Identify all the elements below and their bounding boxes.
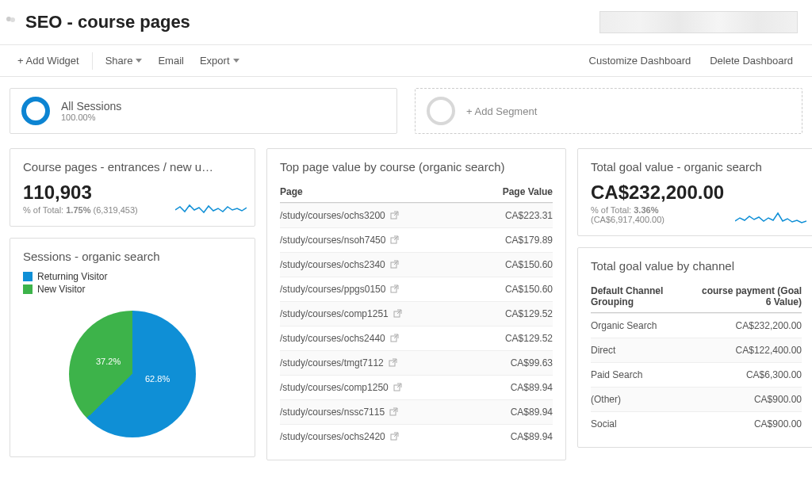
page-header: SEO - course pages [0,0,812,45]
table-row: /study/courses/nsoh7450CA$179.89 [280,227,553,252]
page-link[interactable]: /study/courses/ochs3200 [280,210,385,221]
table-row: /study/courses/tmgt7112CA$99.63 [280,350,553,375]
col-header-page: Page [280,186,473,197]
channel-name: Paid Search [591,369,699,380]
table-row: Organic SearchCA$232,200.00 [591,313,802,338]
pie-slice-label-returning: 62.8% [145,374,170,384]
page-link[interactable]: /study/courses/nsoh7450 [280,235,385,246]
page-link[interactable]: /study/courses/ochs2340 [280,259,385,270]
add-segment-label: + Add Segment [466,105,537,117]
table-row: /study/courses/ochs2440CA$129.52 [280,326,553,350]
page-link[interactable]: /study/courses/ppgs0150 [280,284,385,295]
page-value: CA$89.94 [473,407,553,418]
sparkline-icon [175,199,247,218]
legend-label: New Visitor [37,284,85,295]
account-selector[interactable] [599,11,798,33]
svg-point-0 [6,17,11,21]
external-link-icon[interactable] [390,235,399,246]
external-link-icon[interactable] [390,334,399,344]
segment-circle-icon [21,97,50,125]
col-header-channel: Default Channel Grouping [591,285,699,307]
external-link-icon[interactable] [390,211,399,221]
channel-name: Direct [591,345,699,356]
pie-chart: 62.8% 37.2% [69,311,196,437]
channel-name: (Other) [591,394,699,405]
page-link[interactable]: /study/courses/comp1251 [280,308,389,319]
external-link-icon[interactable] [389,358,397,368]
widget-title: Total goal value - organic search [591,160,802,174]
page-value: CA$99.63 [473,357,553,368]
widget-top-pages: Top page value by course (organic search… [266,148,566,460]
export-label: Export [200,55,230,67]
widget-title: Course pages - entrances / new u… [23,160,242,174]
svg-point-1 [10,17,15,22]
external-link-icon[interactable] [393,383,402,393]
page-link[interactable]: /study/courses/ochs2420 [280,431,385,442]
legend-swatch [23,284,33,294]
delete-dashboard-button[interactable]: Delete Dashboard [700,52,802,70]
page-value: CA$89.94 [473,431,553,442]
external-link-icon[interactable] [390,260,399,270]
page-link[interactable]: /study/courses/comp1250 [280,382,389,393]
page-link[interactable]: /study/courses/tmgt7112 [280,357,384,368]
legend-label: Returning Visitor [37,271,108,282]
segment-row: All Sessions 100.00% + Add Segment [0,77,812,148]
widget-goal-value: Total goal value - organic search CA$232… [577,148,812,236]
email-button[interactable]: Email [150,52,192,70]
table-row: DirectCA$122,400.00 [591,338,802,362]
widget-entrances: Course pages - entrances / new u… 110,90… [10,148,255,227]
table-row: /study/courses/ochs2340CA$150.60 [280,252,553,277]
external-link-icon[interactable] [389,407,398,418]
share-group-icon [5,14,17,30]
segment-all-sessions[interactable]: All Sessions 100.00% [10,88,397,134]
page-value: CA$89.94 [473,382,553,393]
channel-value: CA$900.00 [699,394,802,405]
channel-value: CA$900.00 [699,418,802,430]
widget-sessions-pie: Sessions - organic search Returning Visi… [10,238,255,457]
legend-item-new: New Visitor [23,284,242,295]
widget-title: Total goal value by channel [591,259,802,273]
external-link-icon[interactable] [393,309,402,319]
table-row: /study/courses/ochs3200CA$223.31 [280,203,553,227]
widget-title: Top page value by course (organic search… [280,160,553,174]
page-value: CA$223.31 [473,210,553,221]
table-row: /study/courses/comp1250CA$89.94 [280,375,553,399]
page-link[interactable]: /study/courses/ochs2440 [280,333,385,344]
table-row: SocialCA$900.00 [591,411,802,436]
chevron-down-icon [136,59,142,63]
table-row: Paid SearchCA$6,300.00 [591,362,802,387]
segment-empty-circle-icon [427,97,455,125]
segment-sub: 100.00% [61,113,121,122]
page-value: CA$150.60 [473,284,553,295]
chevron-down-icon [233,59,239,63]
col-header-value: course payment (Goal 6 Value) [699,285,802,307]
legend-swatch [23,272,33,281]
page-value: CA$150.60 [473,259,553,270]
external-link-icon[interactable] [390,432,399,442]
table-body: Organic SearchCA$232,200.00DirectCA$122,… [591,313,802,436]
widget-title: Sessions - organic search [23,250,242,263]
add-segment-button[interactable]: + Add Segment [415,88,802,134]
col-header-value: Page Value [473,186,553,197]
table-row: (Other)CA$900.00 [591,387,802,411]
channel-value: CA$6,300.00 [699,369,802,380]
channel-value: CA$122,400.00 [699,345,802,356]
segment-title: All Sessions [61,100,121,113]
export-button[interactable]: Export [192,52,247,70]
table-row: /study/courses/nssc7115CA$89.94 [280,399,553,424]
page-link[interactable]: /study/courses/nssc7115 [280,407,385,418]
share-button[interactable]: Share [98,52,151,70]
channel-name: Organic Search [591,320,699,331]
dashboard-grid: Course pages - entrances / new u… 110,90… [0,148,812,476]
page-title: SEO - course pages [25,12,190,32]
widget-channel: Total goal value by channel Default Chan… [577,247,812,448]
add-widget-button[interactable]: + Add Widget [10,52,87,70]
external-link-icon[interactable] [390,284,399,295]
metric-value: CA$232,200.00 [591,181,802,204]
table-row: /study/courses/ppgs0150CA$150.60 [280,277,553,301]
channel-name: Social [591,418,699,430]
customize-dashboard-button[interactable]: Customize Dashboard [580,52,701,70]
pie-slice-label-new: 37.2% [96,357,121,366]
table-header: Page Page Value [280,181,553,203]
table-header: Default Channel Grouping course payment … [591,281,802,313]
